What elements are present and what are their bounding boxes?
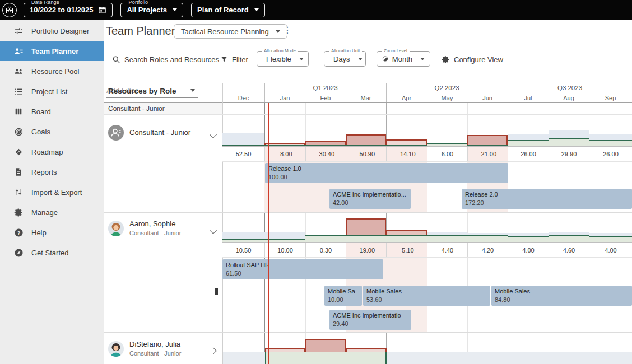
allocation-block [346,235,386,242]
free-capacity-block [264,232,305,239]
sidebar-item-project-list[interactable]: Project List [0,81,104,101]
chevron-down-icon[interactable] [211,225,217,232]
importexport-icon [13,187,24,197]
allocation-block [305,235,346,242]
caret-down-icon [254,8,259,11]
portfolio-value: All Projects [127,6,167,14]
allocation-value-cell: -50.90 [346,147,386,161]
configure-view-label: Configure View [454,55,503,64]
sidebar: Portfolio DesignerTeam PlannerResource P… [0,20,104,364]
project-bar-value: 172.20 [465,199,629,207]
allocation-value-cell: 10.50 [222,243,264,257]
sidebar-item-get-started[interactable]: Get Started [0,242,104,263]
date-range-picker[interactable]: Date Range 10/2022 to 01/2025 [24,3,113,17]
overload-step [265,348,305,352]
roadmap-icon [13,147,24,157]
sidebar-item-manage[interactable]: Manage [0,202,104,222]
allocation-value-cell: -8.00 [264,147,305,161]
project-bar-label: Release 2.0 [465,190,629,199]
search-button[interactable]: Search Roles and Resources [112,52,219,67]
resource-name[interactable]: Aaron, Sophie [129,220,213,228]
avatar-julia [108,341,124,357]
view-select[interactable]: Tactical Resource Planning [174,24,287,39]
allocation-mode-select[interactable]: Allocation Mode Flexible [257,51,309,67]
allocation-value-cell: -14.10 [386,147,427,161]
allocation-value-cell: 10.00 [264,243,305,257]
project-bar[interactable]: Mobile Sales84.80 [491,286,632,306]
svg-text:?: ? [17,230,20,235]
project-bar-label: Rollout SAP HR [226,261,380,269]
resource-name[interactable]: DiStefano, Julia [129,340,213,349]
project-bar[interactable]: Rollout SAP HR61.50 [222,259,383,279]
avatar-role [108,125,124,141]
section-divider [104,212,632,213]
date-range-label: Date Range [29,0,62,5]
header-divider [168,25,168,38]
allocation-mode-value: Flexible [266,55,291,63]
sidebar-item-help[interactable]: ?Help [0,222,104,242]
group-header-border [104,114,632,115]
compass-icon [13,248,24,258]
sidebar-item-label: Roadmap [31,148,63,156]
project-bar[interactable]: Mobile Sales53.60 [363,286,490,306]
project-bar-value: 53.60 [366,296,487,304]
month-label: Jan [264,93,305,102]
chevron-right-icon[interactable] [211,346,217,352]
sidebar-item-label: Resource Pool [31,67,79,76]
scrollbar-thumb[interactable] [215,288,218,295]
allocation-block [549,235,589,242]
allocation-value-cell: 0.30 [305,243,346,257]
project-bar[interactable]: ACME Inc Implementatio...42.00 [329,189,411,209]
month-label: Feb [305,93,346,102]
project-bar[interactable]: ACME Inc Implementatio29.40 [329,310,411,330]
project-bar-value: 29.40 [333,320,408,328]
chevron-down-icon[interactable] [211,129,217,136]
scenario-select[interactable]: Plan of Record [191,3,265,17]
allocation-block [508,140,549,146]
resource-name[interactable]: Consultant - Junior [129,128,213,137]
portfolio-select[interactable]: Portfolio All Projects [120,3,183,17]
allocation-unit-select[interactable]: Allocation Unit Days [324,51,366,67]
sidebar-item-label: Get Started [31,249,68,257]
allocation-block [589,236,632,242]
month-label: Aug [549,93,589,102]
allocation-value-cell: 52.50 [222,147,264,161]
resource-subtitle: Consultant - Junior [129,230,213,237]
project-bar-value: 42.00 [333,199,407,207]
toolbar: Search Roles and Resources Filter Alloca… [104,41,632,78]
project-bar[interactable]: Release 1.0100.00 [265,163,508,183]
funnel-icon [220,55,228,63]
sidebar-item-team-planner[interactable]: Team Planner [0,41,104,61]
month-label: Apr [386,93,427,102]
zoom-level-select[interactable]: Zoom Level Month [377,51,430,67]
month-label: Jul [508,93,549,102]
project-bar[interactable]: Release 2.0172.20 [462,189,632,209]
month-label: Jun [467,93,508,102]
filter-button[interactable]: Filter [220,52,248,67]
numbers-row-bottom-border [222,161,632,162]
role-group-header[interactable]: Consultant - Junior [104,103,222,114]
project-bar[interactable]: Mobile Sa10.00 [324,286,362,306]
allocation-block [467,235,508,242]
sidebar-item-board[interactable]: Board [0,101,104,122]
month-label: Mar [346,93,386,102]
sidebar-item-goals[interactable]: Goals [0,122,104,142]
sidebar-item-roadmap[interactable]: Roadmap [0,142,104,162]
resource-subtitle: Consultant - Junior [129,350,213,358]
sidebar-item-resource-pool[interactable]: Resource Pool [0,61,104,81]
search-label: Search Roles and Resources [124,55,219,64]
sidebar-item-label: Portfolio Designer [31,27,89,35]
sidebar-item-import-export[interactable]: Import & Export [0,182,104,202]
allocation-block [589,140,632,146]
sidebar-item-reports[interactable]: Reports [0,162,104,182]
configure-view-button[interactable]: Configure View [442,52,503,67]
calendar-icon[interactable] [98,6,106,14]
project-bar-value: 61.50 [226,269,380,278]
zoom-level-legend: Zoom Level [382,48,410,53]
more-options-icon[interactable]: ⋮ [283,25,292,35]
allocation-value-cell: 6.00 [427,147,467,161]
sidebar-item-portfolio-designer[interactable]: Portfolio Designer [0,21,104,41]
allocation-value-cell: 29.90 [549,147,589,161]
list-icon [13,86,24,96]
app-logo-icon[interactable] [2,3,17,17]
